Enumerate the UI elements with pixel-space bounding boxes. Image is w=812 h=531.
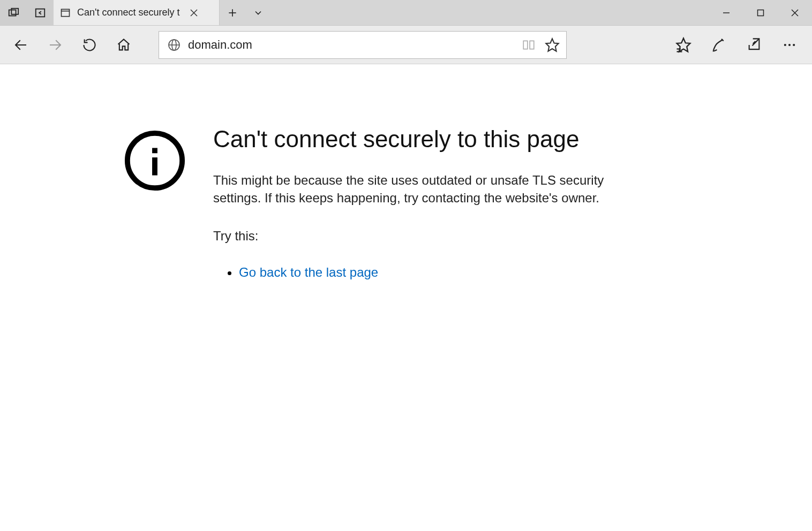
error-content: Can't connect securely to this page This… <box>123 126 659 285</box>
suggestions-list: Go back to the last page <box>213 265 620 280</box>
home-button[interactable] <box>108 30 139 60</box>
tab-actions <box>220 0 271 25</box>
error-description: This might be because the site uses outd… <box>213 171 620 207</box>
titlebar-left-buttons <box>0 0 54 25</box>
window-controls <box>709 0 812 25</box>
svg-rect-27 <box>152 157 157 175</box>
svg-rect-0 <box>9 10 16 16</box>
go-back-link[interactable]: Go back to the last page <box>239 265 378 279</box>
titlebar: Can't connect securely t <box>0 0 812 26</box>
svg-point-23 <box>788 43 791 45</box>
toolbar-right <box>666 30 807 60</box>
page-content: Can't connect securely to this page This… <box>0 64 812 285</box>
info-icon <box>123 126 189 192</box>
close-window-button[interactable] <box>778 0 812 25</box>
tab-preview-button[interactable] <box>0 0 27 25</box>
set-aside-tabs-button[interactable] <box>27 0 54 25</box>
close-tab-button[interactable] <box>186 5 201 20</box>
tab-title: Can't connect securely t <box>77 7 180 18</box>
try-this-label: Try this: <box>213 229 620 244</box>
favorite-star-icon[interactable] <box>544 36 561 54</box>
svg-marker-19 <box>677 38 690 51</box>
error-title: Can't connect securely to this page <box>213 126 620 153</box>
favorites-hub-button[interactable] <box>666 30 701 60</box>
tab-page-icon <box>60 7 71 18</box>
minimize-button[interactable] <box>709 0 743 25</box>
addressbar-actions <box>520 36 561 54</box>
svg-marker-18 <box>546 39 558 51</box>
svg-rect-10 <box>758 10 764 16</box>
maximize-button[interactable] <box>743 0 778 25</box>
reading-view-icon[interactable] <box>520 36 537 54</box>
svg-rect-1 <box>11 8 18 14</box>
error-text-column: Can't connect securely to this page This… <box>213 126 620 285</box>
svg-rect-2 <box>36 9 45 17</box>
new-tab-button[interactable] <box>220 0 245 25</box>
browser-tab[interactable]: Can't connect securely t <box>54 0 220 25</box>
notes-button[interactable] <box>702 30 736 60</box>
address-bar[interactable] <box>159 31 567 59</box>
toolbar <box>0 26 812 64</box>
url-input[interactable] <box>184 38 520 52</box>
share-button[interactable] <box>737 30 771 60</box>
refresh-button[interactable] <box>74 30 105 60</box>
svg-point-24 <box>793 43 795 45</box>
suggestion-item: Go back to the last page <box>239 265 620 280</box>
back-button[interactable] <box>5 30 36 60</box>
settings-more-button[interactable] <box>772 30 807 60</box>
tab-dropdown-button[interactable] <box>245 0 271 25</box>
svg-rect-26 <box>152 148 157 153</box>
svg-point-22 <box>784 43 786 45</box>
site-info-icon[interactable] <box>164 39 184 51</box>
forward-button[interactable] <box>40 30 71 60</box>
svg-rect-3 <box>62 9 70 16</box>
